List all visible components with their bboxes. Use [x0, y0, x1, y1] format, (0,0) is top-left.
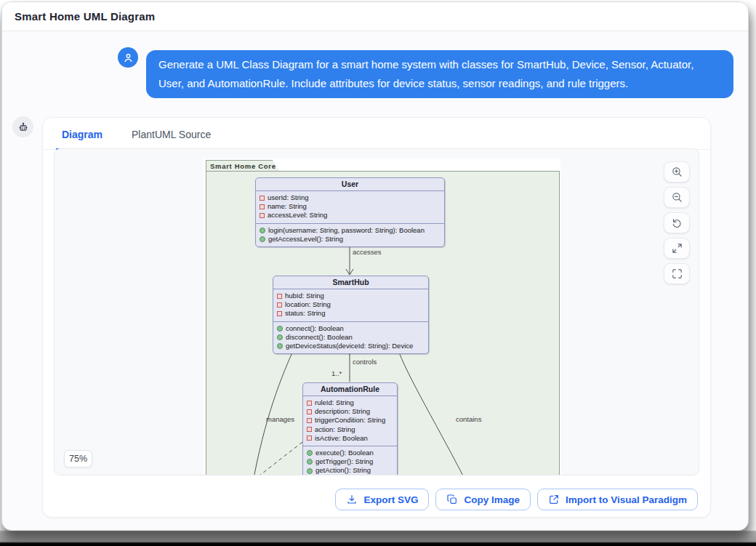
uml-methods-section: login(username: String, password: String…	[256, 223, 444, 246]
user-avatar	[118, 47, 138, 68]
uml-class-name: AutomationRule	[303, 383, 397, 396]
viewer-controls	[664, 161, 690, 284]
uml-attribute: location: String	[277, 300, 425, 309]
public-method-icon	[277, 326, 283, 332]
expand-button[interactable]	[664, 238, 690, 259]
public-method-icon	[260, 236, 265, 242]
private-field-icon	[260, 213, 265, 218]
tab-plantuml-source[interactable]: PlantUML Source	[126, 129, 217, 149]
zoom-out-icon	[671, 191, 683, 204]
private-field-icon	[260, 204, 265, 209]
fullscreen-button[interactable]	[664, 263, 690, 284]
user-prompt-message: Generate a UML Class Diagram for a smart…	[146, 50, 733, 98]
copy-image-button[interactable]: Copy Image	[435, 489, 531, 510]
uml-method: disconnect(): Boolean	[277, 333, 425, 342]
expand-arrows-icon	[671, 242, 683, 254]
uml-class-name: User	[256, 178, 444, 191]
rotate-ccw-icon	[671, 217, 683, 229]
uml-method: getAccessLevel(): String	[260, 235, 441, 244]
app-window: Smart Home UML Diagram Generate a UML Cl…	[1, 1, 749, 531]
external-link-icon	[548, 494, 560, 505]
private-field-icon	[307, 435, 312, 441]
copy-icon	[446, 494, 458, 505]
public-method-icon	[260, 228, 265, 233]
user-icon	[123, 52, 134, 63]
private-field-icon	[277, 294, 282, 299]
uml-class-automationrule: AutomationRule ruleId: String descriptio…	[302, 382, 398, 475]
zoom-level-badge: 75%	[64, 450, 92, 467]
uml-attribute: ruleId: String	[307, 398, 394, 407]
title-bar: Smart Home UML Diagram	[2, 2, 748, 31]
uml-attribute: description: String	[307, 407, 394, 416]
uml-package-label: Smart Home Core	[206, 160, 279, 172]
private-field-icon	[277, 311, 282, 316]
uml-method: getDeviceStatus(deviceId: String): Devic…	[277, 342, 425, 350]
fullscreen-brackets-icon	[671, 268, 683, 280]
zoom-in-button[interactable]	[664, 161, 690, 182]
private-field-icon	[277, 302, 282, 308]
uml-attribute: status: String	[277, 309, 425, 318]
uml-class-smarthub: SmartHub hubId: String location: String …	[273, 276, 429, 354]
reset-view-button[interactable]	[664, 212, 690, 233]
public-method-icon	[307, 450, 313, 456]
tab-diagram[interactable]: Diagram	[56, 129, 108, 149]
uml-methods-section: execute(): Boolean getTrigger(): String …	[303, 446, 397, 475]
uml-attributes-section: userId: String name: String accessLevel:…	[256, 191, 444, 223]
public-method-icon	[307, 468, 313, 474]
uml-diagram-image: Smart Home Core	[204, 158, 560, 475]
uml-method: connect(): Boolean	[277, 324, 425, 333]
diagram-panel: Diagram PlantUML Source Smart Home Core	[42, 117, 711, 518]
edge-label-manages: manages	[266, 415, 294, 423]
zoom-in-icon	[671, 166, 683, 178]
uml-class-name: SmartHub	[273, 276, 428, 289]
diagram-canvas[interactable]: Smart Home Core	[54, 148, 699, 475]
tab-bar: Diagram PlantUML Source	[43, 118, 710, 150]
uml-class-user: User userId: String name: String accessL…	[255, 177, 445, 247]
uml-attribute: accessLevel: String	[260, 211, 441, 220]
public-method-icon	[277, 334, 283, 340]
import-visual-paradigm-button[interactable]: Import to Visual Paradigm	[537, 489, 698, 510]
private-field-icon	[307, 409, 312, 414]
private-field-icon	[307, 418, 312, 423]
uml-method: getAction(): String	[307, 466, 394, 475]
uml-method: login(username: String, password: String…	[260, 226, 441, 235]
uml-methods-section: connect(): Boolean disconnect(): Boolean…	[273, 321, 428, 354]
uml-method: getTrigger(): String	[307, 457, 394, 466]
uml-method: execute(): Boolean	[307, 449, 394, 457]
uml-attribute: userId: String	[260, 193, 441, 202]
zoom-out-button[interactable]	[664, 187, 690, 208]
robot-icon	[17, 121, 29, 133]
download-icon	[346, 494, 358, 505]
page-title: Smart Home UML Diagram	[15, 10, 155, 23]
uml-attribute: hubId: String	[277, 292, 425, 300]
private-field-icon	[307, 427, 312, 432]
uml-attribute: triggerCondition: String	[307, 416, 394, 425]
public-method-icon	[277, 343, 283, 349]
private-field-icon	[260, 196, 265, 201]
uml-attributes-section: hubId: String location: String status: S…	[273, 289, 428, 321]
uml-attribute: action: String	[307, 425, 394, 434]
uml-attributes-section: ruleId: String description: String trigg…	[303, 396, 397, 446]
edge-label-contains: contains	[456, 415, 481, 423]
bot-avatar	[12, 116, 33, 137]
edge-label-controls: controls	[353, 358, 377, 366]
edge-multiplicity: 1..*	[331, 369, 342, 377]
public-method-icon	[307, 459, 313, 465]
uml-attribute: isActive: Boolean	[307, 434, 394, 443]
action-bar: Export SVG Copy Image Import to Visual P…	[54, 489, 698, 510]
private-field-icon	[307, 401, 312, 406]
uml-attribute: name: String	[260, 202, 441, 211]
export-svg-button[interactable]: Export SVG	[335, 489, 429, 510]
edge-label-accesses: accesses	[353, 248, 382, 256]
